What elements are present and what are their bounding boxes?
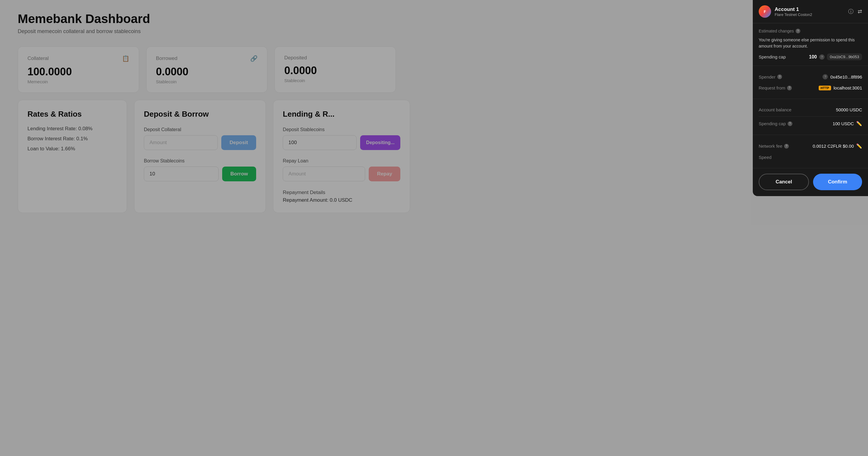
estimated-changes-title: Estimated changes ? xyxy=(759,29,862,33)
spending-cap-detail-label: Spending cap ? xyxy=(759,121,793,126)
estimated-changes-section: Estimated changes ? You're giving someon… xyxy=(753,23,868,66)
request-from-value: HTTP localhost:3001 xyxy=(819,85,862,90)
balances-section: Account balance 50000 USDC Spending cap … xyxy=(753,99,868,135)
account-balance-label: Account balance xyxy=(759,107,792,112)
network-fee-edit-icon[interactable]: ✏️ xyxy=(856,143,862,149)
cancel-button[interactable]: Cancel xyxy=(759,174,809,190)
wallet-account-name: Account 1 xyxy=(775,6,845,12)
estimated-changes-info-icon[interactable]: ? xyxy=(796,29,800,33)
http-warning-badge: HTTP xyxy=(819,86,831,90)
network-fee-value: 0.0012 C2FLR $0.00 ✏️ xyxy=(813,143,862,149)
wallet-account-info: Account 1 Flare Testnet Coston2 xyxy=(775,6,845,17)
wallet-actions: Cancel Confirm xyxy=(753,168,868,190)
spender-address: ? 0x45e10...8f896 xyxy=(823,74,862,79)
speed-row: Speed xyxy=(759,152,862,163)
spending-cap-header-label: Spending cap xyxy=(759,54,786,59)
spending-cap-edit-icon[interactable]: ✏️ xyxy=(856,121,862,126)
wallet-header-icons: ⓘ ⇄ xyxy=(848,8,862,15)
info-icon[interactable]: ⓘ xyxy=(848,8,854,15)
spending-cap-address: 0xa1bC9...9b053 xyxy=(827,54,862,60)
spender-label: Spender ? xyxy=(759,74,782,79)
spender-row: Spender ? ? 0x45e10...8f896 xyxy=(759,71,862,83)
spending-cap-header-value: 100 ? 0xa1bC9...9b053 xyxy=(809,54,862,60)
spending-cap-info[interactable]: ? xyxy=(819,54,825,60)
spending-cap-row: Spending cap 100 ? 0xa1bC9...9b053 xyxy=(759,54,862,60)
speed-label: Speed xyxy=(759,155,771,160)
wallet-network: Flare Testnet Coston2 xyxy=(775,12,845,17)
request-from-row: Request from ? HTTP localhost:3001 xyxy=(759,83,862,93)
account-balance-row: Account balance 50000 USDC xyxy=(759,104,862,115)
modal-overlay xyxy=(0,0,868,456)
network-fee-info-icon[interactable]: ? xyxy=(784,144,789,149)
settings-icon[interactable]: ⇄ xyxy=(858,8,862,15)
spender-info-icon[interactable]: ? xyxy=(777,74,782,79)
network-fee-row: Network fee ? 0.0012 C2FLR $0.00 ✏️ xyxy=(759,140,862,152)
confirm-button[interactable]: Confirm xyxy=(813,174,862,190)
account-balance-value: 50000 USDC xyxy=(836,107,862,112)
spending-cap-detail-value: 100 USDC ✏️ xyxy=(833,121,862,126)
spending-cap-detail-info-icon[interactable]: ? xyxy=(788,121,793,126)
wallet-logo: F xyxy=(759,5,771,18)
request-from-info-icon[interactable]: ? xyxy=(787,86,792,90)
wallet-popup: F Account 1 Flare Testnet Coston2 ⓘ ⇄ Es… xyxy=(753,0,868,196)
spending-cap-num: 100 xyxy=(809,54,817,60)
estimated-description: You're giving someone else permission to… xyxy=(759,37,862,49)
network-fee-label: Network fee ? xyxy=(759,143,789,149)
spender-section: Spender ? ? 0x45e10...8f896 Request from… xyxy=(753,66,868,99)
spender-addr-info[interactable]: ? xyxy=(823,74,828,79)
wallet-header: F Account 1 Flare Testnet Coston2 ⓘ ⇄ xyxy=(753,0,868,23)
network-fee-section: Network fee ? 0.0012 C2FLR $0.00 ✏️ Spee… xyxy=(753,135,868,168)
spending-cap-detail-row: Spending cap ? 100 USDC ✏️ xyxy=(759,118,862,129)
request-from-label: Request from ? xyxy=(759,85,792,90)
